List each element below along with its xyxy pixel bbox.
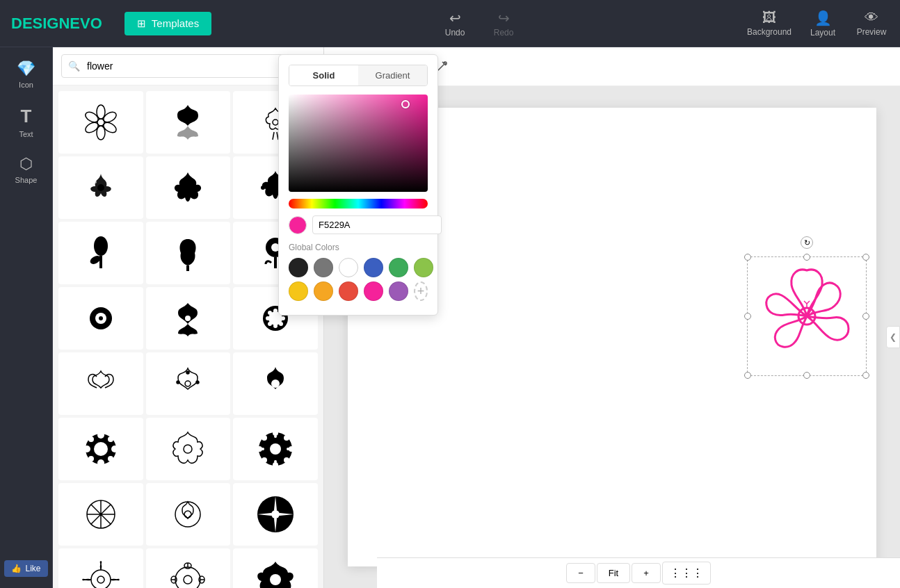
sidebar-shape-label: Shape <box>15 176 38 184</box>
list-item[interactable] <box>58 91 143 154</box>
list-item[interactable] <box>58 156 143 219</box>
list-item[interactable] <box>233 548 318 588</box>
global-color-orange[interactable] <box>314 281 333 301</box>
svg-point-42 <box>271 379 280 388</box>
list-item[interactable] <box>146 287 231 350</box>
color-gradient-picker[interactable] <box>289 95 428 192</box>
list-item[interactable] <box>146 418 231 480</box>
redo-icon: ↪ <box>498 10 510 26</box>
svg-point-74 <box>97 576 104 583</box>
list-item[interactable] <box>58 287 143 350</box>
svg-point-53 <box>184 445 192 453</box>
handle-tm[interactable] <box>803 254 810 261</box>
svg-point-7 <box>273 120 278 125</box>
like-button-sidebar[interactable]: 👍 Like <box>4 560 47 577</box>
handle-tl[interactable] <box>744 254 751 261</box>
list-item[interactable] <box>233 418 318 480</box>
list-item[interactable] <box>58 548 143 588</box>
list-item[interactable] <box>146 91 231 154</box>
global-color-pink[interactable] <box>364 281 383 301</box>
handle-tr[interactable] <box>862 254 869 261</box>
fit-button[interactable]: Fit <box>597 563 630 583</box>
background-label: Background <box>747 27 791 37</box>
list-item[interactable] <box>58 222 143 284</box>
svg-point-58 <box>257 446 262 452</box>
layout-button[interactable]: 👤 Layout <box>805 10 840 38</box>
svg-point-27 <box>185 316 191 321</box>
hue-slider[interactable] <box>289 199 428 209</box>
sidebar-item-shape[interactable]: ⬡ Shape <box>0 148 52 191</box>
icon-gem-icon: 💎 <box>17 60 35 78</box>
list-item[interactable] <box>233 483 318 546</box>
svg-rect-21 <box>186 266 189 271</box>
svg-point-40 <box>196 381 199 384</box>
undo-button[interactable]: ↩ Undo <box>437 10 472 38</box>
svg-point-30 <box>273 309 278 313</box>
preview-label: Preview <box>857 27 887 37</box>
thumbs-up-icon: 👍 <box>11 564 22 573</box>
svg-point-81 <box>270 574 281 585</box>
global-color-purple[interactable] <box>389 281 408 301</box>
background-icon: 🖼 <box>762 10 776 26</box>
handle-br[interactable] <box>862 372 869 379</box>
svg-point-36 <box>268 322 272 326</box>
zoom-in-button[interactable]: + <box>632 563 661 583</box>
add-color-button[interactable]: + <box>414 281 428 301</box>
global-colors-label: Global Colors <box>289 243 428 252</box>
global-colors-row2: + <box>289 281 428 301</box>
list-item[interactable] <box>146 483 231 546</box>
svg-point-76 <box>184 575 192 584</box>
svg-point-46 <box>97 459 104 466</box>
color-swatch[interactable] <box>289 216 307 234</box>
right-panel-toggle[interactable]: ❮ <box>886 326 900 348</box>
bottom-bar: − Fit + ⋮⋮⋮ <box>377 557 900 588</box>
redo-button[interactable]: ↪ Redo <box>486 10 521 38</box>
global-color-black[interactable] <box>289 258 308 277</box>
text-icon: T <box>21 106 32 127</box>
sidebar-icon-label: Icon <box>19 81 33 89</box>
global-color-yellow[interactable] <box>289 281 308 301</box>
global-color-red[interactable] <box>339 281 358 301</box>
global-color-blue[interactable] <box>364 258 383 277</box>
svg-point-67 <box>287 448 289 450</box>
preview-button[interactable]: 👁 Preview <box>854 10 889 37</box>
global-color-gray[interactable] <box>314 258 333 277</box>
sidebar-item-icon[interactable]: 💎 Icon <box>0 53 52 96</box>
rotate-handle[interactable]: ↻ <box>801 236 813 249</box>
list-item[interactable] <box>233 352 318 415</box>
svg-point-34 <box>268 311 272 315</box>
list-item[interactable] <box>146 222 231 284</box>
sidebar-item-text[interactable]: T Text <box>0 99 52 145</box>
global-color-lime[interactable] <box>414 258 433 277</box>
list-item[interactable] <box>146 156 231 219</box>
background-button[interactable]: 🖼 Background <box>747 10 791 37</box>
svg-point-26 <box>99 316 103 320</box>
global-color-white[interactable] <box>339 258 358 277</box>
gradient-tab[interactable]: Gradient <box>358 65 427 85</box>
svg-point-45 <box>97 432 104 439</box>
solid-tab[interactable]: Solid <box>289 65 358 85</box>
handle-rm[interactable] <box>862 313 869 320</box>
templates-button[interactable]: ⊞ Templates <box>124 12 211 35</box>
svg-point-44 <box>94 442 108 456</box>
svg-point-56 <box>273 430 278 436</box>
svg-point-33 <box>281 316 285 320</box>
handle-lm[interactable] <box>744 313 751 320</box>
list-item[interactable] <box>58 352 143 415</box>
global-color-green[interactable] <box>389 258 408 277</box>
selected-icon[interactable]: ↻ <box>751 261 862 372</box>
zoom-out-button[interactable]: − <box>566 563 595 583</box>
hex-input[interactable] <box>312 215 442 234</box>
handle-bl[interactable] <box>744 372 751 379</box>
list-item[interactable] <box>58 418 143 480</box>
list-item[interactable] <box>146 548 231 588</box>
svg-point-11 <box>94 181 97 183</box>
handle-bm[interactable] <box>803 372 810 379</box>
search-input[interactable] <box>61 54 315 78</box>
list-item[interactable] <box>146 352 231 415</box>
list-item[interactable] <box>58 483 143 546</box>
redo-label: Redo <box>494 28 514 38</box>
grid-toggle[interactable]: ⋮⋮⋮ <box>662 562 711 585</box>
svg-point-69 <box>175 502 200 527</box>
svg-point-51 <box>88 456 94 462</box>
